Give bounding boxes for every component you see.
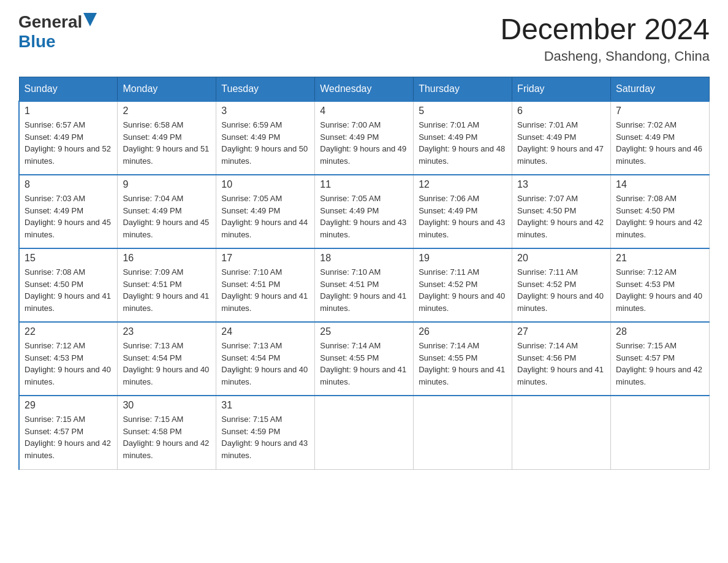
day-number: 31 [221, 400, 309, 411]
calendar-header-friday: Friday [512, 77, 611, 102]
calendar-cell: 29 Sunrise: 7:15 AMSunset: 4:57 PMDaylig… [19, 396, 118, 469]
day-info: Sunrise: 7:13 AMSunset: 4:54 PMDaylight:… [123, 341, 209, 386]
calendar-header-row: SundayMondayTuesdayWednesdayThursdayFrid… [19, 77, 710, 102]
day-info: Sunrise: 7:08 AMSunset: 4:50 PMDaylight:… [25, 267, 111, 313]
location-subtitle: Dasheng, Shandong, China [500, 48, 710, 64]
day-number: 6 [517, 105, 605, 117]
day-info: Sunrise: 7:15 AMSunset: 4:59 PMDaylight:… [221, 415, 308, 460]
calendar-cell [611, 396, 710, 469]
day-info: Sunrise: 7:13 AMSunset: 4:54 PMDaylight:… [221, 341, 308, 386]
calendar-cell: 22 Sunrise: 7:12 AMSunset: 4:53 PMDaylig… [19, 322, 118, 396]
day-number: 15 [25, 253, 112, 264]
calendar-cell: 4 Sunrise: 7:00 AMSunset: 4:49 PMDayligh… [315, 101, 414, 175]
calendar-week-row: 1 Sunrise: 6:57 AMSunset: 4:49 PMDayligh… [19, 101, 710, 175]
day-number: 22 [25, 326, 112, 337]
day-info: Sunrise: 6:59 AMSunset: 4:49 PMDaylight:… [221, 120, 308, 166]
day-info: Sunrise: 6:58 AMSunset: 4:49 PMDaylight:… [123, 120, 209, 166]
calendar-header-wednesday: Wednesday [315, 77, 414, 102]
day-info: Sunrise: 7:14 AMSunset: 4:55 PMDaylight:… [320, 341, 406, 386]
day-info: Sunrise: 7:12 AMSunset: 4:53 PMDaylight:… [25, 341, 111, 386]
calendar-cell: 28 Sunrise: 7:15 AMSunset: 4:57 PMDaylig… [611, 322, 710, 396]
day-number: 10 [221, 179, 309, 190]
day-info: Sunrise: 7:05 AMSunset: 4:49 PMDaylight:… [320, 194, 406, 239]
calendar-cell: 14 Sunrise: 7:08 AMSunset: 4:50 PMDaylig… [611, 175, 710, 248]
day-number: 1 [25, 105, 112, 117]
calendar-cell: 11 Sunrise: 7:05 AMSunset: 4:49 PMDaylig… [315, 175, 414, 248]
calendar-cell: 2 Sunrise: 6:58 AMSunset: 4:49 PMDayligh… [118, 101, 216, 175]
day-number: 4 [320, 105, 408, 117]
day-number: 14 [616, 179, 704, 190]
day-info: Sunrise: 7:14 AMSunset: 4:55 PMDaylight:… [419, 341, 505, 386]
day-number: 3 [221, 105, 309, 117]
day-info: Sunrise: 7:07 AMSunset: 4:50 PMDaylight:… [517, 194, 604, 239]
day-number: 28 [616, 326, 704, 337]
day-info: Sunrise: 7:10 AMSunset: 4:51 PMDaylight:… [320, 267, 406, 313]
calendar-cell: 20 Sunrise: 7:11 AMSunset: 4:52 PMDaylig… [512, 248, 611, 322]
title-section: December 2024 Dasheng, Shandong, China [500, 12, 710, 64]
calendar-cell: 13 Sunrise: 7:07 AMSunset: 4:50 PMDaylig… [512, 175, 611, 248]
day-info: Sunrise: 7:10 AMSunset: 4:51 PMDaylight:… [221, 267, 308, 313]
day-number: 13 [517, 179, 605, 190]
calendar-cell [414, 396, 512, 469]
day-info: Sunrise: 6:57 AMSunset: 4:49 PMDaylight:… [25, 120, 111, 166]
day-info: Sunrise: 7:05 AMSunset: 4:49 PMDaylight:… [221, 194, 308, 239]
calendar-cell: 15 Sunrise: 7:08 AMSunset: 4:50 PMDaylig… [19, 248, 118, 322]
day-number: 9 [123, 179, 211, 190]
day-number: 18 [320, 253, 408, 264]
calendar-cell: 19 Sunrise: 7:11 AMSunset: 4:52 PMDaylig… [414, 248, 512, 322]
day-number: 30 [123, 400, 211, 411]
calendar-header-saturday: Saturday [611, 77, 710, 102]
day-number: 24 [221, 326, 309, 337]
calendar-cell: 6 Sunrise: 7:01 AMSunset: 4:49 PMDayligh… [512, 101, 611, 175]
calendar-cell: 10 Sunrise: 7:05 AMSunset: 4:49 PMDaylig… [216, 175, 315, 248]
calendar-cell: 5 Sunrise: 7:01 AMSunset: 4:49 PMDayligh… [414, 101, 512, 175]
day-info: Sunrise: 7:11 AMSunset: 4:52 PMDaylight:… [419, 267, 505, 313]
calendar-cell: 3 Sunrise: 6:59 AMSunset: 4:49 PMDayligh… [216, 101, 315, 175]
day-info: Sunrise: 7:09 AMSunset: 4:51 PMDaylight:… [123, 267, 209, 313]
day-info: Sunrise: 7:14 AMSunset: 4:56 PMDaylight:… [517, 341, 604, 386]
month-year-title: December 2024 [500, 12, 710, 46]
logo-triangle-icon [83, 13, 97, 26]
day-info: Sunrise: 7:03 AMSunset: 4:49 PMDaylight:… [25, 194, 111, 239]
calendar-cell: 7 Sunrise: 7:02 AMSunset: 4:49 PMDayligh… [611, 101, 710, 175]
calendar-cell: 26 Sunrise: 7:14 AMSunset: 4:55 PMDaylig… [414, 322, 512, 396]
calendar-week-row: 22 Sunrise: 7:12 AMSunset: 4:53 PMDaylig… [19, 322, 710, 396]
calendar-cell [512, 396, 611, 469]
calendar-cell: 31 Sunrise: 7:15 AMSunset: 4:59 PMDaylig… [216, 396, 315, 469]
calendar-week-row: 15 Sunrise: 7:08 AMSunset: 4:50 PMDaylig… [19, 248, 710, 322]
day-number: 19 [419, 253, 507, 264]
calendar-header-thursday: Thursday [414, 77, 512, 102]
logo: General Blue [18, 12, 97, 52]
day-info: Sunrise: 7:04 AMSunset: 4:49 PMDaylight:… [123, 194, 209, 239]
day-number: 2 [123, 105, 211, 117]
calendar-cell: 8 Sunrise: 7:03 AMSunset: 4:49 PMDayligh… [19, 175, 118, 248]
calendar-week-row: 8 Sunrise: 7:03 AMSunset: 4:49 PMDayligh… [19, 175, 710, 248]
calendar-table: SundayMondayTuesdayWednesdayThursdayFrid… [18, 77, 710, 470]
day-info: Sunrise: 7:15 AMSunset: 4:57 PMDaylight:… [616, 341, 702, 386]
day-number: 16 [123, 253, 211, 264]
calendar-week-row: 29 Sunrise: 7:15 AMSunset: 4:57 PMDaylig… [19, 396, 710, 469]
day-number: 23 [123, 326, 211, 337]
calendar-header-sunday: Sunday [19, 77, 118, 102]
logo-blue-text: Blue [18, 32, 56, 52]
day-number: 8 [25, 179, 112, 190]
day-info: Sunrise: 7:08 AMSunset: 4:50 PMDaylight:… [616, 194, 702, 239]
svg-marker-0 [83, 13, 97, 26]
day-number: 27 [517, 326, 605, 337]
calendar-header-monday: Monday [118, 77, 216, 102]
day-number: 26 [419, 326, 507, 337]
day-info: Sunrise: 7:15 AMSunset: 4:57 PMDaylight:… [25, 415, 111, 460]
calendar-cell: 25 Sunrise: 7:14 AMSunset: 4:55 PMDaylig… [315, 322, 414, 396]
day-number: 5 [419, 105, 507, 117]
calendar-cell: 30 Sunrise: 7:15 AMSunset: 4:58 PMDaylig… [118, 396, 216, 469]
calendar-cell: 18 Sunrise: 7:10 AMSunset: 4:51 PMDaylig… [315, 248, 414, 322]
day-info: Sunrise: 7:06 AMSunset: 4:49 PMDaylight:… [419, 194, 505, 239]
calendar-cell: 27 Sunrise: 7:14 AMSunset: 4:56 PMDaylig… [512, 322, 611, 396]
day-info: Sunrise: 7:11 AMSunset: 4:52 PMDaylight:… [517, 267, 604, 313]
day-info: Sunrise: 7:02 AMSunset: 4:49 PMDaylight:… [616, 120, 702, 166]
day-number: 12 [419, 179, 507, 190]
calendar-header-tuesday: Tuesday [216, 77, 315, 102]
calendar-cell: 9 Sunrise: 7:04 AMSunset: 4:49 PMDayligh… [118, 175, 216, 248]
calendar-cell: 16 Sunrise: 7:09 AMSunset: 4:51 PMDaylig… [118, 248, 216, 322]
page-header: General Blue December 2024 Dasheng, Shan… [18, 12, 710, 64]
